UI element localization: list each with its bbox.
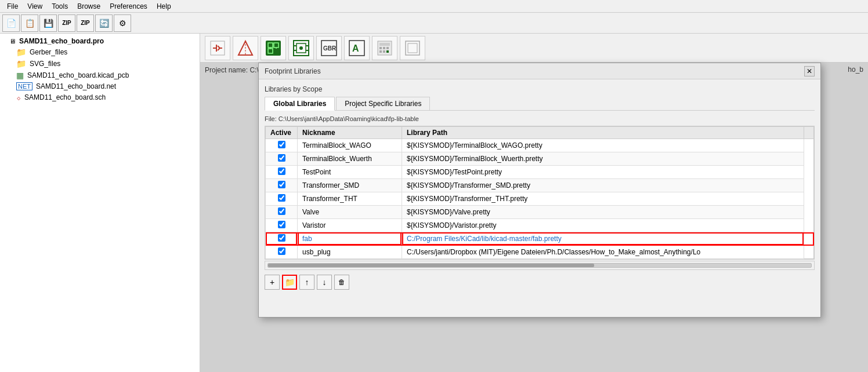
active-checkbox-cell xyxy=(266,152,298,166)
sidebar-label-pcb: SAMD11_echo_board.kicad_pcb xyxy=(27,71,129,79)
pcb-editor-button[interactable] xyxy=(261,36,286,60)
active-checkbox-cell xyxy=(266,246,298,259)
svg-rect-32 xyxy=(386,50,389,53)
pcb-icon: ▦ xyxy=(16,71,24,80)
sidebar-item-pcb[interactable]: ▦ SAMD11_echo_board.kicad_pcb xyxy=(0,70,200,81)
sidebar-label-sch: SAMD11_echo_board.sch xyxy=(24,93,106,101)
footprint-editor-button[interactable] xyxy=(288,36,314,60)
nickname-cell: Valve xyxy=(298,206,402,219)
settings-button[interactable]: ⚙ xyxy=(114,14,131,32)
path-cell: ${KISYSMOD}/TerminalBlock_WAGO.pretty xyxy=(402,139,804,152)
svg-rect-31 xyxy=(383,50,385,53)
svg-rect-34 xyxy=(408,43,417,53)
project-title: SAMD11_echo_board.pro xyxy=(19,37,104,45)
new-button[interactable]: 📄 xyxy=(2,14,20,32)
add-library-button[interactable]: + xyxy=(265,275,280,290)
active-checkbox[interactable] xyxy=(278,154,285,162)
delete-library-button[interactable]: 🗑 xyxy=(334,275,349,290)
menu-browse[interactable]: Browse xyxy=(73,1,105,12)
table-container[interactable]: Active Nickname Library Path TerminalBlo… xyxy=(265,126,815,260)
active-checkbox-cell xyxy=(266,206,298,219)
table-row[interactable]: Transformer_THT${KISYSMOD}/Transformer_T… xyxy=(266,192,814,206)
active-checkbox[interactable] xyxy=(278,167,285,175)
main-layout: 🖥 SAMD11_echo_board.pro 📁 Gerber_files 📁… xyxy=(0,34,868,372)
refresh-button[interactable]: 🔄 xyxy=(95,14,113,32)
zip2-button[interactable]: ZIP xyxy=(77,14,94,32)
sidebar-item-gerber[interactable]: 📁 Gerber_files xyxy=(0,46,200,58)
kicad-toolbar: GBR A xyxy=(200,34,868,63)
sidebar-item-net[interactable]: NET SAMD11_echo_board.net xyxy=(0,81,200,92)
svg-rect-28 xyxy=(383,47,385,49)
menu-file[interactable]: File xyxy=(2,1,23,12)
path-cell: C:/Program Files/KiCad/lib/kicad-master/… xyxy=(402,232,804,246)
calculator-button[interactable] xyxy=(372,36,397,60)
schematic-editor-button[interactable] xyxy=(205,36,230,60)
table-row[interactable]: usb_plugC:/Users/janti/Dropbox (MIT)/Eig… xyxy=(266,246,814,259)
nickname-cell: Transformer_SMD xyxy=(298,179,402,192)
table-row[interactable]: TestPoint${KISYSMOD}/TestPoint.pretty xyxy=(266,166,814,179)
modal-body: Libraries by Scope Global Libraries Proj… xyxy=(259,79,820,296)
nickname-cell: usb_plug xyxy=(298,246,402,259)
menu-preferences[interactable]: Preferences xyxy=(105,1,152,12)
path-cell: ${KISYSMOD}/Transformer_SMD.pretty xyxy=(402,179,804,192)
modal-title: Footprint Libraries xyxy=(265,67,321,75)
active-checkbox[interactable] xyxy=(278,207,285,215)
bitmap-converter-button[interactable]: A xyxy=(344,36,370,60)
active-checkbox-cell xyxy=(266,192,298,206)
modal-close-button[interactable]: ✕ xyxy=(804,66,815,76)
library-table: Active Nickname Library Path TerminalBlo… xyxy=(265,126,814,259)
active-checkbox[interactable] xyxy=(278,234,285,242)
sidebar-item-svg[interactable]: 📁 SVG_files xyxy=(0,58,200,70)
table-row[interactable]: Varistor${KISYSMOD}/Varistor.pretty xyxy=(266,219,814,232)
copy-button[interactable]: 📋 xyxy=(21,14,38,32)
scrollbar-thumb xyxy=(268,264,594,267)
nickname-cell: Transformer_THT xyxy=(298,192,402,206)
path-cell: ${KISYSMOD}/Transformer_THT.pretty xyxy=(402,192,804,206)
footprint-libraries-dialog: Footprint Libraries ✕ Libraries by Scope… xyxy=(258,63,821,318)
bottom-toolbar: + 📁 ↑ ↓ 🗑 xyxy=(265,275,815,290)
scope-label: Libraries by Scope xyxy=(265,85,815,93)
table-row[interactable]: TerminalBlock_WAGO${KISYSMOD}/TerminalBl… xyxy=(266,139,814,152)
table-row[interactable]: TerminalBlock_Wuerth${KISYSMOD}/Terminal… xyxy=(266,152,814,166)
col-nickname: Nickname xyxy=(298,127,402,139)
move-down-button[interactable]: ↓ xyxy=(317,275,332,290)
nickname-cell: TestPoint xyxy=(298,166,402,179)
table-row[interactable]: Transformer_SMD${KISYSMOD}/Transformer_S… xyxy=(266,179,814,192)
project-file[interactable]: 🖥 SAMD11_echo_board.pro xyxy=(0,36,200,46)
move-up-button[interactable]: ↑ xyxy=(299,275,314,290)
active-checkbox[interactable] xyxy=(278,247,285,255)
active-checkbox[interactable] xyxy=(278,181,285,188)
component-editor-button[interactable] xyxy=(233,36,258,60)
table-row[interactable]: Valve${KISYSMOD}/Valve.pretty xyxy=(266,206,814,219)
active-checkbox-cell xyxy=(266,139,298,152)
active-checkbox-cell xyxy=(266,179,298,192)
menu-view[interactable]: View xyxy=(23,1,47,12)
path-cell: C:/Users/janti/Dropbox (MIT)/Eigene Date… xyxy=(402,246,804,259)
menu-tools[interactable]: Tools xyxy=(47,1,73,12)
net-icon: NET xyxy=(16,82,32,90)
active-checkbox[interactable] xyxy=(278,221,285,228)
svg-text:A: A xyxy=(352,43,359,53)
menu-help[interactable]: Help xyxy=(152,1,176,12)
save-button[interactable]: 💾 xyxy=(39,14,57,32)
col-active: Active xyxy=(266,127,298,139)
tab-project-libraries[interactable]: Project Specific Libraries xyxy=(336,97,430,110)
svg-rect-29 xyxy=(386,47,389,49)
background-text: ho_b xyxy=(848,65,863,74)
scripting-button[interactable] xyxy=(400,36,425,60)
sidebar-item-sch[interactable]: ⬦ SAMD11_echo_board.sch xyxy=(0,92,200,103)
gerber-viewer-button[interactable]: GBR xyxy=(316,36,342,60)
nickname-cell: fab xyxy=(298,232,402,246)
zip-button[interactable]: ZIP xyxy=(58,14,75,32)
nickname-cell: TerminalBlock_Wuerth xyxy=(298,152,402,166)
folder-icon: 📁 xyxy=(16,48,26,57)
browse-library-button[interactable]: 📁 xyxy=(282,275,297,290)
table-row[interactable]: fabC:/Program Files/KiCad/lib/kicad-mast… xyxy=(266,232,814,246)
active-checkbox-cell xyxy=(266,166,298,179)
active-checkbox[interactable] xyxy=(278,194,285,202)
active-checkbox[interactable] xyxy=(278,141,285,148)
path-cell: ${KISYSMOD}/TerminalBlock_Wuerth.pretty xyxy=(402,152,804,166)
tab-global-libraries[interactable]: Global Libraries xyxy=(265,97,335,111)
modal-overlay: Footprint Libraries ✕ Libraries by Scope… xyxy=(200,63,868,372)
horizontal-scrollbar[interactable] xyxy=(265,261,815,270)
